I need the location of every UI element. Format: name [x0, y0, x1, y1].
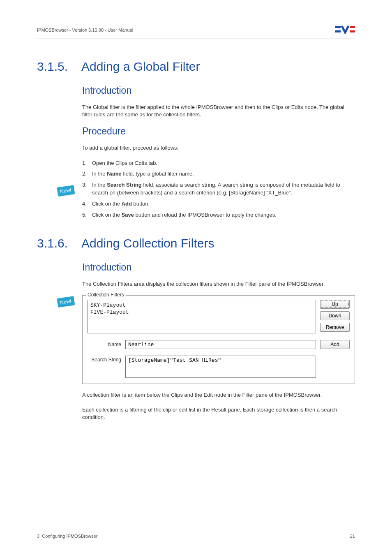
step-2: In the Name field, type a global filter …: [82, 170, 355, 178]
list-item[interactable]: SKY-Playout: [90, 302, 313, 309]
after-text-2: Each collection is a filtering of the cl…: [82, 406, 355, 421]
section-315-title: Adding a Global Filter: [81, 60, 200, 73]
steps-list-315: Open the Clips or Edits tab. In the Name…: [82, 160, 355, 219]
procedure-heading-315: Procedure: [82, 126, 355, 137]
remove-button[interactable]: Remove: [320, 323, 350, 332]
section-316-title: Adding Collection Filters: [81, 236, 214, 250]
footer-page-number: 21: [350, 534, 355, 539]
step-3: In the Search String field, associate a …: [82, 181, 355, 197]
up-button[interactable]: Up: [320, 300, 350, 309]
add-button[interactable]: Add: [320, 340, 350, 349]
svg-rect-3: [350, 30, 355, 32]
new-badge-315: New!: [57, 185, 75, 197]
section-316-heading: 3.1.6.Adding Collection Filters: [37, 236, 355, 250]
intro-heading-315: Introduction: [82, 85, 355, 96]
page-header: IPMOSBrowser - Version 6.10.90 - User Ma…: [37, 25, 355, 39]
step-1: Open the Clips or Edits tab.: [82, 160, 355, 167]
section-315-number: 3.1.5.: [37, 60, 81, 74]
collection-filters-listbox[interactable]: SKY-Playout FIVE-Playout: [88, 300, 316, 333]
intro-heading-316: Introduction: [82, 262, 355, 273]
intro-text-316: The Collection Filters area displays the…: [82, 280, 355, 288]
collection-filters-group: Collection Filters SKY-Playout FIVE-Play…: [82, 295, 355, 384]
name-label: Name: [88, 342, 121, 347]
header-left-text: IPMOSBrowser - Version 6.10.90 - User Ma…: [37, 28, 133, 32]
down-button[interactable]: Down: [320, 311, 350, 320]
search-string-field[interactable]: [StorageName]"Test SAN HiRes": [125, 356, 316, 378]
new-badge-316: New!: [57, 296, 75, 308]
name-field[interactable]: Nearline: [125, 340, 316, 349]
footer-left: 3. Configuring IPMOSBrowser: [37, 534, 97, 539]
procedure-lead-315: To add a global filter, proceed as follo…: [82, 144, 355, 152]
svg-rect-0: [335, 26, 341, 28]
step-5: Click on the Save button and reload the …: [82, 211, 355, 219]
step-4: Click on the Add button.: [82, 200, 355, 208]
svg-rect-1: [335, 30, 341, 32]
intro-text-315: The Global filter is the filter applied …: [82, 104, 355, 118]
section-316-number: 3.1.6.: [37, 236, 81, 250]
collection-filters-legend: Collection Filters: [86, 292, 126, 298]
section-315-heading: 3.1.5.Adding a Global Filter: [37, 60, 355, 74]
svg-rect-2: [350, 26, 355, 28]
after-text-1: A collection filter is an item below the…: [82, 391, 355, 399]
page-footer: 3. Configuring IPMOSBrowser 21: [37, 531, 355, 539]
search-string-label: Search String: [88, 356, 121, 363]
list-item[interactable]: FIVE-Playout: [90, 309, 313, 316]
evs-logo: [335, 25, 355, 35]
